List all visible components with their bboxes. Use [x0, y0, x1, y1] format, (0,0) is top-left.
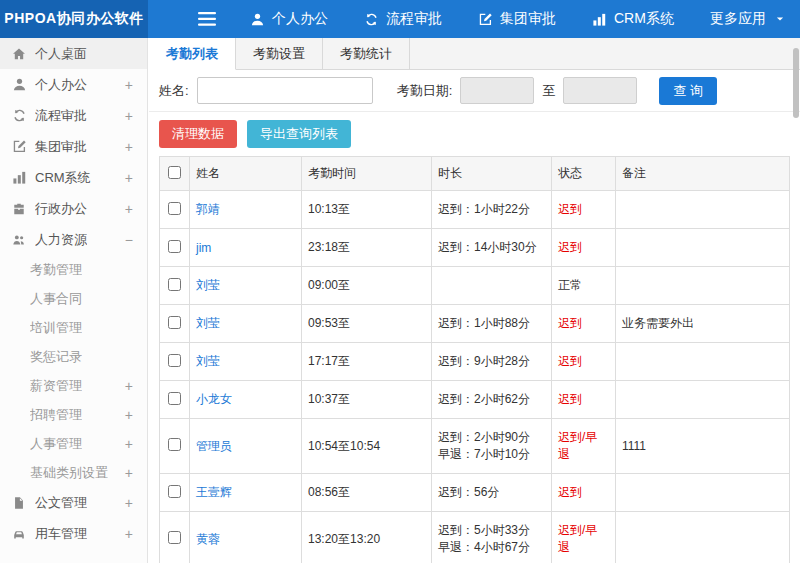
expand-toggle-icon[interactable]: +	[125, 78, 133, 92]
chevron-down-icon	[775, 14, 785, 24]
status-cell: 迟到	[552, 343, 616, 381]
doc-icon	[12, 496, 27, 510]
date-to-input[interactable]	[563, 77, 637, 104]
row-checkbox[interactable]	[168, 278, 181, 291]
edit-icon	[478, 12, 493, 27]
expand-toggle-icon[interactable]: +	[125, 527, 133, 541]
page-scrollbar[interactable]	[793, 48, 799, 118]
employee-name-link[interactable]: 刘莹	[196, 278, 220, 292]
col-header-status: 状态	[552, 157, 616, 191]
status-cell: 迟到/早退	[552, 419, 616, 474]
status-cell: 迟到/早退	[552, 512, 616, 563]
employee-name-link[interactable]: 郭靖	[196, 202, 220, 216]
nav-item-crm-system[interactable]: CRM系统	[592, 10, 674, 28]
employee-name-link[interactable]: 王壹辉	[196, 485, 232, 499]
employee-name-link[interactable]: 刘莹	[196, 316, 220, 330]
sidebar-item-admin-office[interactable]: 行政办公+	[0, 193, 147, 224]
expand-toggle-icon[interactable]: +	[125, 140, 133, 154]
filter-bar: 姓名: 考勤日期: 至 查 询	[149, 70, 800, 112]
sidebar-item-group-approval[interactable]: 集团审批+	[0, 131, 147, 162]
expand-toggle-icon[interactable]: +	[125, 466, 133, 480]
attendance-time-cell: 17:17至	[302, 343, 432, 381]
select-all-cell	[160, 157, 190, 191]
export-list-button[interactable]: 导出查询列表	[247, 120, 351, 148]
nav-item-label: 个人办公	[272, 10, 328, 28]
row-checkbox[interactable]	[168, 392, 181, 405]
employee-name-link[interactable]: 刘莹	[196, 354, 220, 368]
status-cell: 迟到	[552, 229, 616, 267]
employee-name-link[interactable]: jim	[196, 241, 211, 255]
employee-name-link[interactable]: 黄蓉	[196, 532, 220, 546]
sidebar-item-recruitment-management[interactable]: 招聘管理+	[0, 400, 147, 429]
nav-item-group-approval[interactable]: 集团审批	[478, 10, 556, 28]
expand-toggle-icon[interactable]: +	[125, 408, 133, 422]
row-checkbox[interactable]	[168, 316, 181, 329]
row-checkbox[interactable]	[168, 531, 181, 544]
sidebar-item-document-management[interactable]: 公文管理+	[0, 487, 147, 518]
row-checkbox[interactable]	[168, 354, 181, 367]
employee-name-link[interactable]: 管理员	[196, 439, 232, 453]
name-filter-input[interactable]	[197, 77, 373, 104]
sidebar-item-label: 薪资管理	[30, 377, 82, 395]
sidebar-item-personnel-management[interactable]: 人事管理+	[0, 429, 147, 458]
row-checkbox[interactable]	[168, 438, 181, 451]
employee-name-link[interactable]: 小龙女	[196, 392, 232, 406]
note-cell	[616, 229, 790, 267]
nav-item-more-apps[interactable]: 更多应用	[710, 10, 785, 28]
sidebar-item-human-resources[interactable]: 人力资源−	[0, 224, 147, 255]
sidebar-item-vehicle-management[interactable]: 用车管理+	[0, 518, 147, 549]
table-row: 管理员10:54至10:54迟到：2小时90分早退：7小时10分迟到/早退111…	[160, 419, 790, 474]
expand-toggle-icon[interactable]: +	[125, 171, 133, 185]
sidebar-item-label: 招聘管理	[30, 406, 82, 424]
sidebar-item-attendance-management[interactable]: 考勤管理	[0, 255, 147, 284]
tab-attendance-settings[interactable]: 考勤设置	[236, 38, 323, 70]
tab-attendance-stats[interactable]: 考勤统计	[323, 38, 410, 70]
attendance-time-cell: 08:56至	[302, 474, 432, 512]
sidebar-item-training-management[interactable]: 培训管理	[0, 313, 147, 342]
sidebar-item-label: 集团审批	[35, 138, 87, 156]
sidebar-item-personal-office[interactable]: 个人办公+	[0, 69, 147, 100]
sidebar-item-reward-punishment[interactable]: 奖惩记录	[0, 342, 147, 371]
sidebar-item-salary-management[interactable]: 薪资管理+	[0, 371, 147, 400]
note-cell	[616, 512, 790, 563]
car-icon	[12, 527, 27, 541]
employee-name-cell: 小龙女	[190, 381, 302, 419]
table-row: 刘莹09:53至迟到：1小时88分迟到业务需要外出	[160, 305, 790, 343]
status-cell: 迟到	[552, 474, 616, 512]
sidebar-item-crm-system[interactable]: CRM系统+	[0, 162, 147, 193]
employee-name-cell: jim	[190, 229, 302, 267]
sidebar-item-personal-desktop[interactable]: 个人桌面	[0, 38, 147, 69]
date-from-input[interactable]	[460, 77, 534, 104]
sidebar-item-base-category-settings[interactable]: 基础类别设置+	[0, 458, 147, 487]
employee-name-cell: 郭靖	[190, 191, 302, 229]
hamburger-menu-icon[interactable]	[198, 12, 216, 26]
expand-toggle-icon[interactable]: +	[125, 109, 133, 123]
tab-attendance-list[interactable]: 考勤列表	[149, 38, 236, 70]
sidebar-item-personnel-contract[interactable]: 人事合同	[0, 284, 147, 313]
table-row: 王壹辉08:56至迟到：56分迟到	[160, 474, 790, 512]
nav-item-label: 更多应用	[710, 10, 766, 28]
duration-cell: 迟到：2小时62分	[432, 381, 552, 419]
sidebar-item-workflow-approval[interactable]: 流程审批+	[0, 100, 147, 131]
expand-toggle-icon[interactable]: +	[125, 379, 133, 393]
attendance-time-cell: 13:20至13:20	[302, 512, 432, 563]
top-nav: 个人办公流程审批集团审批CRM系统更多应用	[250, 10, 785, 28]
row-checkbox[interactable]	[168, 485, 181, 498]
attendance-time-cell: 09:53至	[302, 305, 432, 343]
search-button[interactable]: 查 询	[659, 77, 717, 105]
nav-item-personal-office[interactable]: 个人办公	[250, 10, 328, 28]
expand-toggle-icon[interactable]: +	[125, 437, 133, 451]
expand-toggle-icon[interactable]: +	[125, 202, 133, 216]
row-check-cell	[160, 419, 190, 474]
clear-data-button[interactable]: 清理数据	[159, 120, 237, 148]
col-header-name: 姓名	[190, 157, 302, 191]
select-all-checkbox[interactable]	[168, 166, 181, 179]
row-checkbox[interactable]	[168, 240, 181, 253]
tab-bar: 考勤列表考勤设置考勤统计	[149, 38, 800, 70]
sidebar-item-label: 个人桌面	[35, 45, 87, 63]
expand-toggle-icon[interactable]: −	[125, 233, 133, 247]
duration-cell: 迟到：2小时90分早退：7小时10分	[432, 419, 552, 474]
expand-toggle-icon[interactable]: +	[125, 496, 133, 510]
nav-item-workflow-approval[interactable]: 流程审批	[364, 10, 442, 28]
row-checkbox[interactable]	[168, 202, 181, 215]
